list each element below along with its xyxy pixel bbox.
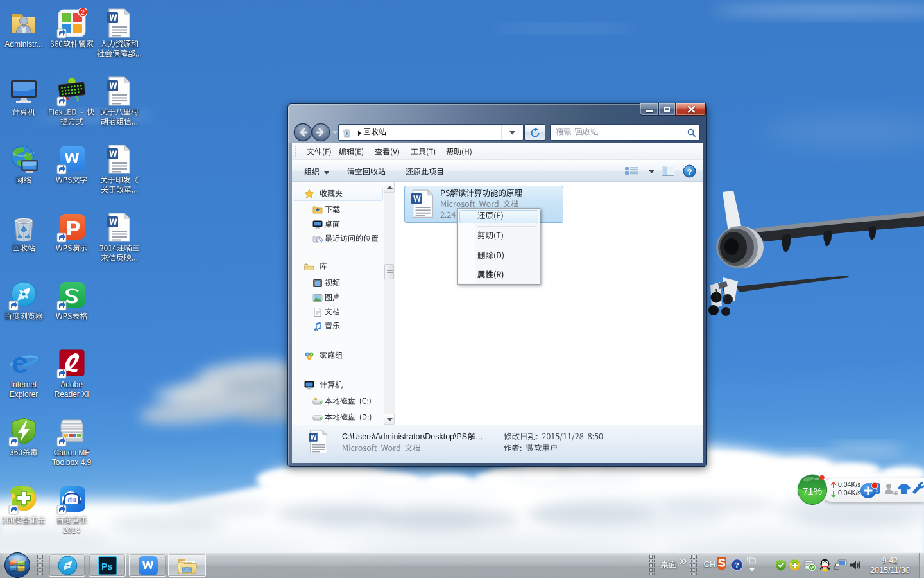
svg-text:e: e xyxy=(12,348,28,379)
svg-text:?: ? xyxy=(687,167,692,177)
svg-text:71%: 71% xyxy=(803,486,822,496)
svg-text:?: ? xyxy=(735,561,739,570)
svg-text:2: 2 xyxy=(81,9,85,16)
svg-text:du: du xyxy=(67,496,76,504)
svg-text:16: 16 xyxy=(891,490,898,496)
svg-text:Ps: Ps xyxy=(101,561,112,572)
